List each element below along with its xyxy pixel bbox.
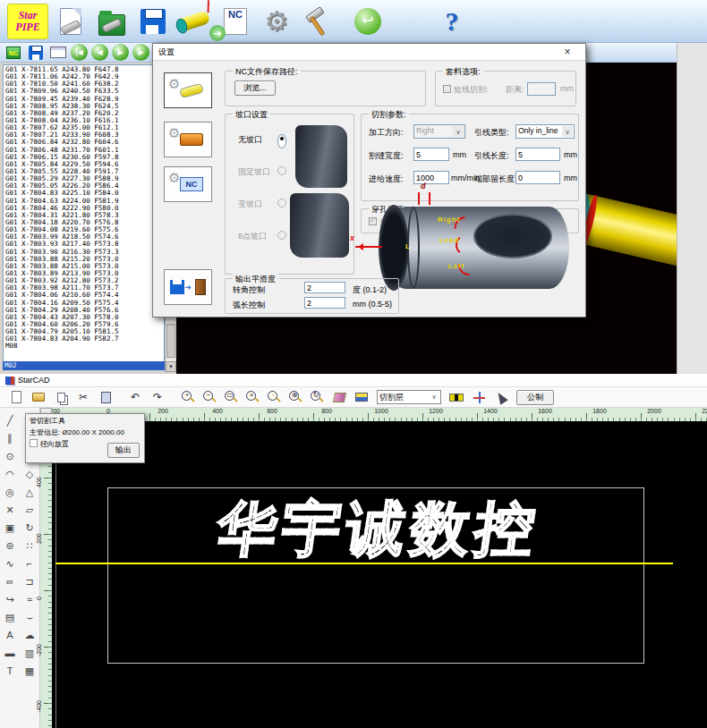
gcode-line[interactable]: G01 X-7810.50 A241.60 F638.2 xyxy=(4,80,164,87)
pipe-tool-button[interactable] xyxy=(175,4,213,39)
radial-placement-checkbox[interactable] xyxy=(30,439,38,447)
point-style-button[interactable] xyxy=(472,390,486,404)
gcode-line[interactable]: G01 X-7803.92 A212.80 F573.2 xyxy=(4,276,164,284)
dialog-titlebar[interactable]: 设置 × xyxy=(153,44,585,61)
drawing-tool-icon[interactable]: ▦ xyxy=(20,662,39,680)
drawing-tool-icon[interactable]: T xyxy=(0,662,20,680)
gcode-line[interactable]: G01 X-7804.16 A209.50 F575.4 xyxy=(4,299,164,306)
layer-select[interactable]: 切割层∨ xyxy=(377,390,441,404)
drawing-tool-icon[interactable]: ⊚ xyxy=(0,537,20,554)
gcode-line[interactable]: G01 X-7804.63 A224.00 F581.9 xyxy=(4,197,164,204)
save-small-button[interactable] xyxy=(27,45,45,61)
drawing-tool-icon[interactable]: ▬ xyxy=(0,644,20,662)
gcode-line[interactable]: G01 X-7804.43 A207.30 F578.0 xyxy=(4,313,164,320)
end-reserve-input[interactable] xyxy=(515,171,560,184)
nav-arrow-button[interactable]: ▶ xyxy=(132,44,149,61)
gcode-line[interactable]: G01 X-7804.60 A206.20 F579.6 xyxy=(4,320,164,327)
pipe-settings-tab[interactable]: ⚙ xyxy=(164,72,212,108)
drawing-tool-icon[interactable]: ⌐ xyxy=(20,554,39,572)
direction-select[interactable]: Right∨ xyxy=(413,124,465,139)
gcode-line[interactable]: G01 X-7805.55 A228.40 F591.7 xyxy=(4,167,164,174)
gcode-line[interactable]: G01 X-7804.31 A221.80 F578.3 xyxy=(4,211,164,218)
gcode-line[interactable]: G01 X-7803.89 A213.90 F573.0 xyxy=(4,269,164,276)
zoom-tool-button[interactable]: − xyxy=(203,391,217,404)
select-button[interactable] xyxy=(494,390,508,404)
drawing-tool-icon[interactable]: ∿ xyxy=(0,554,20,572)
nc-badge-button[interactable]: NC xyxy=(4,45,22,61)
gcode-line[interactable]: G01 X-7803.90 A216.30 F573.3 xyxy=(4,248,164,255)
zoom-tool-button[interactable]: ↻ xyxy=(311,391,324,404)
open-drawing-button[interactable] xyxy=(31,390,46,404)
close-icon[interactable]: × xyxy=(555,46,580,58)
gcode-line[interactable]: G01 X-7808.95 A238.30 F624.5 xyxy=(4,102,164,109)
drawing-tool-icon[interactable]: ◎ xyxy=(0,483,20,501)
zoom-tool-button[interactable]: ⊕ xyxy=(289,391,302,404)
cut-button[interactable]: ✂ xyxy=(76,390,90,404)
gcode-selected-line[interactable]: M02 xyxy=(3,361,165,370)
drawing-tool-icon[interactable]: ↪ xyxy=(0,590,20,608)
gcode-line[interactable]: G01 X-7804.29 A208.40 F576.6 xyxy=(4,306,164,313)
gcode-line[interactable]: G01 X-7804.79 A205.10 F581.5 xyxy=(4,327,164,334)
save-exit-tab[interactable]: ➜ xyxy=(164,269,212,305)
drawing-tool-icon[interactable]: ◠ xyxy=(0,465,20,483)
generate-nc-button[interactable]: NC➜ xyxy=(217,4,254,39)
scroll-down-icon[interactable]: ▼ xyxy=(166,361,176,372)
variable-bevel-radio[interactable] xyxy=(277,199,286,207)
scroll-thumb[interactable] xyxy=(166,324,175,358)
drawing-tool-icon[interactable]: ☁ xyxy=(20,626,39,644)
redo-button[interactable]: ↷ xyxy=(150,390,165,404)
paste-button[interactable] xyxy=(98,390,113,404)
drawing-tool-icon[interactable]: ∞ xyxy=(0,572,20,590)
distance-input[interactable] xyxy=(527,82,556,96)
drawing-tool-icon[interactable]: ⌣ xyxy=(20,608,39,626)
paint-button[interactable] xyxy=(332,390,346,404)
linetype-button[interactable] xyxy=(449,390,464,404)
drawing-canvas[interactable]: 华宇诚数控 xyxy=(52,421,707,728)
drawing-tool-icon[interactable]: ▤ xyxy=(0,608,20,626)
gcode-line[interactable]: G01 X-7809.45 A239.40 F628.9 xyxy=(4,95,164,102)
arc-control-input[interactable] xyxy=(304,297,345,309)
help-button[interactable]: ? xyxy=(433,4,471,39)
save-button[interactable] xyxy=(134,4,172,39)
gcode-line[interactable]: G01 X-7803.99 A218.50 F574.6 xyxy=(4,233,164,240)
eight-point-bevel-radio[interactable] xyxy=(277,231,286,240)
short-line-checkbox[interactable] xyxy=(443,85,451,93)
gcode-line[interactable]: G01 X-7806.48 A231.70 F601.1 xyxy=(4,146,164,153)
gcode-line[interactable] xyxy=(4,349,164,356)
gcode-line[interactable]: G01 X-7806.15 A230.60 F597.8 xyxy=(4,153,164,160)
feed-rate-input[interactable] xyxy=(413,171,449,184)
settings-button[interactable]: ⚙ xyxy=(258,4,295,39)
machine-settings-tab[interactable]: ⚙ xyxy=(164,122,212,157)
gcode-line[interactable]: G01 X-7804.18 A220.70 F576.8 xyxy=(4,218,164,225)
drawing-tool-icon[interactable]: A xyxy=(0,626,20,644)
layers-button[interactable] xyxy=(354,390,369,404)
edit-form-button[interactable] xyxy=(49,45,67,61)
tools-button[interactable] xyxy=(299,4,336,39)
drawing-tool-icon[interactable]: ╱ xyxy=(0,411,20,429)
starcad-titlebar[interactable]: StarCAD xyxy=(0,374,707,387)
output-button[interactable]: 输出 xyxy=(107,443,140,458)
drawing-tool-icon[interactable]: ✕ xyxy=(0,501,20,519)
lead-length-input[interactable] xyxy=(515,148,560,161)
nav-arrow-button[interactable]: |◀ xyxy=(71,44,88,61)
open-file-button[interactable] xyxy=(93,4,131,39)
drawing-tool-icon[interactable]: ▣ xyxy=(0,519,20,537)
gcode-line[interactable]: G01 X-7803.88 A215.00 F573.0 xyxy=(4,262,164,269)
back-button[interactable]: ↩ xyxy=(349,4,387,39)
gcode-line[interactable]: G01 X-7805.29 A227.30 F588.9 xyxy=(4,174,164,182)
gcode-line[interactable]: G01 X-7803.98 A211.70 F573.7 xyxy=(4,284,164,291)
zoom-tool-button[interactable]: · xyxy=(268,391,281,404)
gcode-line[interactable]: G01 X-7805.84 A229.50 F594.6 xyxy=(4,160,164,167)
drawing-tool-icon[interactable]: ∥ xyxy=(0,429,20,447)
gcode-line[interactable]: G01 X-7807.21 A233.90 F608.3 xyxy=(4,131,164,138)
zoom-tool-button[interactable]: + xyxy=(182,391,195,404)
nc-settings-tab[interactable]: ⚙NC xyxy=(164,166,212,202)
nav-arrow-button[interactable]: ▶ xyxy=(112,44,129,61)
gcode-line[interactable]: G01 X-7804.83 A225.10 F584.0 xyxy=(4,189,164,196)
gcode-line[interactable]: G01 X-7806.84 A232.80 F604.6 xyxy=(4,138,164,145)
drawing-tool-icon[interactable]: ⊙ xyxy=(0,447,20,465)
gcode-line[interactable]: G01 X-7804.46 A222.90 F580.0 xyxy=(4,204,164,211)
gcode-line[interactable]: G01 X-7811.65 A243.80 F647.8 xyxy=(4,65,164,72)
gcode-line[interactable]: G01 X-7808.04 A236.10 F616.1 xyxy=(4,116,164,123)
gcode-line[interactable]: G01 X-7804.06 A210.60 F574.4 xyxy=(4,291,164,298)
